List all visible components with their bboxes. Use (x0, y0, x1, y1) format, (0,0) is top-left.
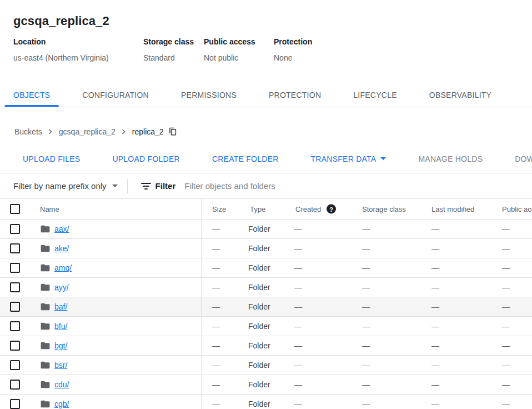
row-checkbox[interactable] (10, 263, 20, 273)
tab-protection[interactable]: PROTECTION (260, 83, 330, 107)
folder-link[interactable]: baf/ (54, 302, 67, 311)
cell-storage-class: — (362, 302, 370, 311)
cell-type: Folder (248, 400, 270, 408)
folder-icon (40, 360, 51, 371)
breadcrumb-buckets[interactable]: Buckets (14, 127, 42, 136)
cell-type: Folder (248, 225, 270, 233)
folder-icon (40, 224, 51, 235)
bucket-meta: Location us-east4 (Northern Virginia) St… (13, 37, 519, 62)
folder-link[interactable]: cgb/ (54, 400, 69, 408)
cell-public-access: — (502, 361, 510, 370)
folder-link[interactable]: amq/ (54, 263, 72, 272)
cell-created: — (294, 263, 302, 272)
cell-size: — (212, 322, 220, 331)
transfer-data-button[interactable]: TRANSFER DATA (302, 149, 395, 169)
cell-type: Folder (248, 380, 270, 389)
table-row: bsr/ — Folder — — — — (0, 356, 532, 375)
cell-last-modified: — (431, 380, 439, 389)
cell-size: — (212, 361, 220, 370)
objects-toolbar: UPLOAD FILES UPLOAD FOLDER CREATE FOLDER… (0, 144, 532, 173)
folder-link[interactable]: bgt/ (54, 341, 67, 350)
row-checkbox[interactable] (10, 302, 20, 312)
cell-size: — (212, 341, 220, 350)
folder-link[interactable]: aax/ (54, 225, 69, 233)
row-checkbox[interactable] (10, 380, 20, 390)
tab-observability[interactable]: OBSERVABILITY (420, 83, 500, 107)
help-icon[interactable]: ? (327, 205, 336, 214)
cell-public-access: — (502, 341, 510, 350)
row-checkbox[interactable] (10, 321, 20, 331)
cell-type: Folder (248, 263, 270, 272)
column-header-storage-class: Storage class (362, 205, 406, 213)
divider (127, 179, 128, 193)
filter-scope-label: Filter by name prefix only (13, 181, 107, 191)
column-header-name: Name (40, 205, 59, 213)
cell-storage-class: — (362, 283, 370, 292)
manage-holds-button[interactable]: MANAGE HOLDS (409, 149, 491, 169)
row-checkbox[interactable] (10, 224, 20, 234)
table-row: cdu/ — Folder — — — — (0, 375, 532, 395)
cell-storage-class: — (362, 322, 370, 331)
folder-icon (40, 302, 51, 312)
cell-size: — (212, 380, 220, 389)
cell-storage-class: — (362, 244, 370, 253)
meta-value: us-east4 (Northern Virginia) (13, 53, 143, 62)
table-row: bgt/ — Folder — — — — (0, 336, 532, 356)
cell-created: — (294, 283, 302, 292)
arrow-drop-down-icon (380, 157, 386, 160)
cell-created: — (294, 361, 302, 370)
filter-label: Filter (155, 181, 176, 191)
filter-bar: Filter by name prefix only Filter (0, 173, 532, 199)
bucket-header: gcsqa_replica_2 Location us-east4 (North… (0, 0, 532, 62)
breadcrumb-bucket-name[interactable]: gcsqa_replica_2 (59, 127, 116, 136)
folder-icon (40, 380, 51, 390)
cell-created: — (294, 225, 302, 233)
upload-folder-button[interactable]: UPLOAD FOLDER (103, 149, 189, 169)
cell-storage-class: — (362, 400, 370, 408)
tab-configuration[interactable]: CONFIGURATION (73, 83, 158, 107)
cell-public-access: — (502, 283, 510, 292)
tab-objects[interactable]: OBJECTS (4, 83, 59, 107)
folder-link[interactable]: ayy/ (54, 283, 69, 292)
cell-size: — (212, 283, 220, 292)
row-checkbox[interactable] (10, 282, 20, 292)
cell-last-modified: — (431, 322, 439, 331)
cell-size: — (212, 263, 220, 272)
folder-link[interactable]: ake/ (54, 244, 69, 253)
gcs-bucket-details-page: { "header": { "title": "gcsqa_replica_2"… (0, 0, 532, 409)
folder-link[interactable]: bfu/ (54, 322, 67, 331)
cell-size: — (212, 400, 220, 408)
table-row: ayy/ — Folder — — — — (0, 278, 532, 297)
cell-public-access: — (502, 302, 510, 311)
row-checkbox[interactable] (10, 399, 20, 409)
filter-scope-dropdown[interactable]: Filter by name prefix only (13, 181, 118, 191)
column-header-last-modified: Last modified (431, 205, 474, 213)
folder-link[interactable]: cdu/ (54, 380, 69, 389)
cell-created: — (294, 244, 302, 253)
copy-icon[interactable] (169, 127, 177, 136)
folder-link[interactable]: bsr/ (54, 361, 67, 370)
row-checkbox[interactable] (10, 243, 20, 253)
breadcrumb-current-folder: replica_2 (132, 127, 164, 136)
bucket-meta-item: Storage class Standard (143, 37, 204, 62)
meta-label: Storage class (143, 37, 204, 46)
meta-value: None (274, 53, 312, 62)
create-folder-button[interactable]: CREATE FOLDER (203, 149, 288, 169)
folder-icon (40, 243, 51, 254)
cell-last-modified: — (431, 283, 439, 292)
cell-last-modified: — (431, 341, 439, 350)
cell-public-access: — (502, 244, 510, 253)
row-checkbox[interactable] (10, 360, 20, 370)
row-checkbox[interactable] (10, 341, 20, 351)
tab-permissions[interactable]: PERMISSIONS (172, 83, 245, 107)
select-all-checkbox[interactable] (10, 204, 20, 214)
filter-objects-input[interactable] (183, 181, 532, 191)
cell-size: — (212, 244, 220, 253)
download-button[interactable]: DOWNLOAD (506, 149, 532, 169)
column-header-public-access: Public access (502, 205, 532, 213)
cell-last-modified: — (431, 302, 439, 311)
column-header-created: Created (295, 205, 321, 213)
tab-lifecycle[interactable]: LIFECYCLE (344, 83, 406, 107)
cell-last-modified: — (431, 225, 439, 233)
upload-files-button[interactable]: UPLOAD FILES (14, 149, 89, 169)
